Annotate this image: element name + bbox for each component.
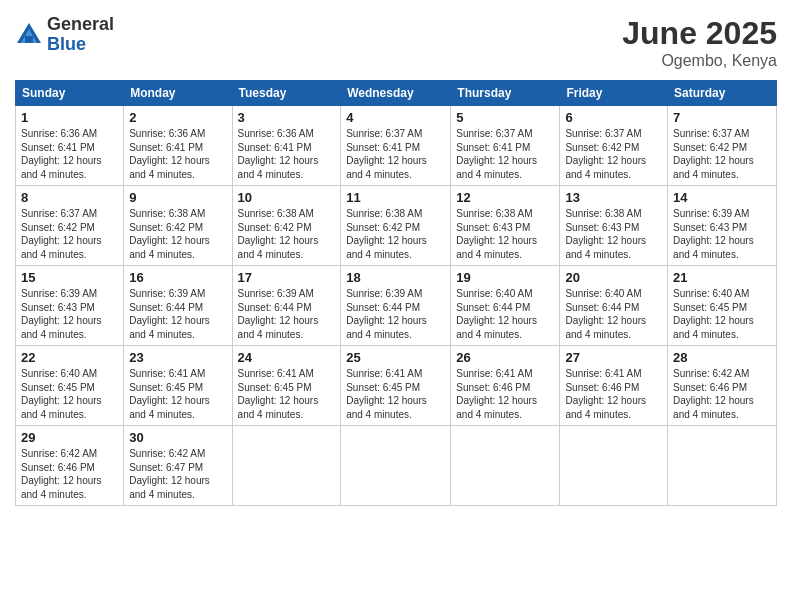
- calendar-week-3: 15 Sunrise: 6:39 AMSunset: 6:43 PMDaylig…: [16, 266, 777, 346]
- day-number: 30: [129, 430, 226, 445]
- day-number: 3: [238, 110, 336, 125]
- day-info: Sunrise: 6:40 AMSunset: 6:44 PMDaylight:…: [456, 288, 537, 340]
- day-info: Sunrise: 6:37 AMSunset: 6:41 PMDaylight:…: [456, 128, 537, 180]
- day-info: Sunrise: 6:37 AMSunset: 6:41 PMDaylight:…: [346, 128, 427, 180]
- col-friday: Friday: [560, 81, 668, 106]
- day-number: 24: [238, 350, 336, 365]
- day-number: 13: [565, 190, 662, 205]
- day-number: 27: [565, 350, 662, 365]
- calendar-table: Sunday Monday Tuesday Wednesday Thursday…: [15, 80, 777, 506]
- day-number: 16: [129, 270, 226, 285]
- logo-general-text: General: [47, 15, 114, 35]
- table-row: 17 Sunrise: 6:39 AMSunset: 6:44 PMDaylig…: [232, 266, 341, 346]
- day-info: Sunrise: 6:42 AMSunset: 6:46 PMDaylight:…: [673, 368, 754, 420]
- table-row: 5 Sunrise: 6:37 AMSunset: 6:41 PMDayligh…: [451, 106, 560, 186]
- logo-blue-text: Blue: [47, 35, 114, 55]
- table-row: [341, 426, 451, 506]
- table-row: 12 Sunrise: 6:38 AMSunset: 6:43 PMDaylig…: [451, 186, 560, 266]
- day-info: Sunrise: 6:40 AMSunset: 6:44 PMDaylight:…: [565, 288, 646, 340]
- table-row: 4 Sunrise: 6:37 AMSunset: 6:41 PMDayligh…: [341, 106, 451, 186]
- day-info: Sunrise: 6:39 AMSunset: 6:44 PMDaylight:…: [129, 288, 210, 340]
- table-row: 14 Sunrise: 6:39 AMSunset: 6:43 PMDaylig…: [668, 186, 777, 266]
- table-row: 10 Sunrise: 6:38 AMSunset: 6:42 PMDaylig…: [232, 186, 341, 266]
- day-number: 12: [456, 190, 554, 205]
- page: General Blue June 2025 Ogembo, Kenya Sun…: [0, 0, 792, 612]
- calendar-week-5: 29 Sunrise: 6:42 AMSunset: 6:46 PMDaylig…: [16, 426, 777, 506]
- day-number: 17: [238, 270, 336, 285]
- day-number: 6: [565, 110, 662, 125]
- header: General Blue June 2025 Ogembo, Kenya: [15, 15, 777, 70]
- table-row: 19 Sunrise: 6:40 AMSunset: 6:44 PMDaylig…: [451, 266, 560, 346]
- table-row: 28 Sunrise: 6:42 AMSunset: 6:46 PMDaylig…: [668, 346, 777, 426]
- day-info: Sunrise: 6:36 AMSunset: 6:41 PMDaylight:…: [129, 128, 210, 180]
- table-row: [232, 426, 341, 506]
- table-row: [560, 426, 668, 506]
- day-number: 5: [456, 110, 554, 125]
- table-row: [451, 426, 560, 506]
- table-row: 9 Sunrise: 6:38 AMSunset: 6:42 PMDayligh…: [124, 186, 232, 266]
- day-number: 2: [129, 110, 226, 125]
- logo-text: General Blue: [47, 15, 114, 55]
- table-row: 16 Sunrise: 6:39 AMSunset: 6:44 PMDaylig…: [124, 266, 232, 346]
- table-row: 8 Sunrise: 6:37 AMSunset: 6:42 PMDayligh…: [16, 186, 124, 266]
- day-info: Sunrise: 6:41 AMSunset: 6:45 PMDaylight:…: [238, 368, 319, 420]
- day-number: 21: [673, 270, 771, 285]
- day-number: 19: [456, 270, 554, 285]
- col-monday: Monday: [124, 81, 232, 106]
- day-info: Sunrise: 6:36 AMSunset: 6:41 PMDaylight:…: [21, 128, 102, 180]
- day-number: 10: [238, 190, 336, 205]
- table-row: 20 Sunrise: 6:40 AMSunset: 6:44 PMDaylig…: [560, 266, 668, 346]
- day-number: 14: [673, 190, 771, 205]
- table-row: 30 Sunrise: 6:42 AMSunset: 6:47 PMDaylig…: [124, 426, 232, 506]
- table-row: 6 Sunrise: 6:37 AMSunset: 6:42 PMDayligh…: [560, 106, 668, 186]
- table-row: 21 Sunrise: 6:40 AMSunset: 6:45 PMDaylig…: [668, 266, 777, 346]
- day-number: 9: [129, 190, 226, 205]
- day-info: Sunrise: 6:38 AMSunset: 6:42 PMDaylight:…: [129, 208, 210, 260]
- table-row: 27 Sunrise: 6:41 AMSunset: 6:46 PMDaylig…: [560, 346, 668, 426]
- col-thursday: Thursday: [451, 81, 560, 106]
- day-info: Sunrise: 6:42 AMSunset: 6:46 PMDaylight:…: [21, 448, 102, 500]
- table-row: 3 Sunrise: 6:36 AMSunset: 6:41 PMDayligh…: [232, 106, 341, 186]
- day-number: 7: [673, 110, 771, 125]
- table-row: 7 Sunrise: 6:37 AMSunset: 6:42 PMDayligh…: [668, 106, 777, 186]
- month-title: June 2025: [622, 15, 777, 52]
- calendar-week-4: 22 Sunrise: 6:40 AMSunset: 6:45 PMDaylig…: [16, 346, 777, 426]
- table-row: 15 Sunrise: 6:39 AMSunset: 6:43 PMDaylig…: [16, 266, 124, 346]
- day-info: Sunrise: 6:36 AMSunset: 6:41 PMDaylight:…: [238, 128, 319, 180]
- day-number: 8: [21, 190, 118, 205]
- table-row: 26 Sunrise: 6:41 AMSunset: 6:46 PMDaylig…: [451, 346, 560, 426]
- title-block: June 2025 Ogembo, Kenya: [622, 15, 777, 70]
- logo: General Blue: [15, 15, 114, 55]
- calendar-week-2: 8 Sunrise: 6:37 AMSunset: 6:42 PMDayligh…: [16, 186, 777, 266]
- day-info: Sunrise: 6:41 AMSunset: 6:46 PMDaylight:…: [456, 368, 537, 420]
- day-info: Sunrise: 6:40 AMSunset: 6:45 PMDaylight:…: [21, 368, 102, 420]
- day-info: Sunrise: 6:39 AMSunset: 6:44 PMDaylight:…: [346, 288, 427, 340]
- logo-icon: [15, 21, 43, 49]
- table-row: 25 Sunrise: 6:41 AMSunset: 6:45 PMDaylig…: [341, 346, 451, 426]
- day-info: Sunrise: 6:38 AMSunset: 6:43 PMDaylight:…: [565, 208, 646, 260]
- day-info: Sunrise: 6:42 AMSunset: 6:47 PMDaylight:…: [129, 448, 210, 500]
- day-info: Sunrise: 6:38 AMSunset: 6:42 PMDaylight:…: [238, 208, 319, 260]
- calendar-week-1: 1 Sunrise: 6:36 AMSunset: 6:41 PMDayligh…: [16, 106, 777, 186]
- table-row: 23 Sunrise: 6:41 AMSunset: 6:45 PMDaylig…: [124, 346, 232, 426]
- day-info: Sunrise: 6:39 AMSunset: 6:44 PMDaylight:…: [238, 288, 319, 340]
- table-row: 2 Sunrise: 6:36 AMSunset: 6:41 PMDayligh…: [124, 106, 232, 186]
- svg-rect-2: [25, 36, 33, 43]
- table-row: 1 Sunrise: 6:36 AMSunset: 6:41 PMDayligh…: [16, 106, 124, 186]
- day-number: 18: [346, 270, 445, 285]
- day-info: Sunrise: 6:41 AMSunset: 6:45 PMDaylight:…: [346, 368, 427, 420]
- day-info: Sunrise: 6:41 AMSunset: 6:45 PMDaylight:…: [129, 368, 210, 420]
- day-number: 23: [129, 350, 226, 365]
- col-saturday: Saturday: [668, 81, 777, 106]
- table-row: [668, 426, 777, 506]
- day-number: 26: [456, 350, 554, 365]
- day-number: 29: [21, 430, 118, 445]
- day-info: Sunrise: 6:37 AMSunset: 6:42 PMDaylight:…: [21, 208, 102, 260]
- day-number: 15: [21, 270, 118, 285]
- day-info: Sunrise: 6:38 AMSunset: 6:42 PMDaylight:…: [346, 208, 427, 260]
- col-wednesday: Wednesday: [341, 81, 451, 106]
- day-info: Sunrise: 6:41 AMSunset: 6:46 PMDaylight:…: [565, 368, 646, 420]
- day-info: Sunrise: 6:37 AMSunset: 6:42 PMDaylight:…: [565, 128, 646, 180]
- table-row: 18 Sunrise: 6:39 AMSunset: 6:44 PMDaylig…: [341, 266, 451, 346]
- header-row: Sunday Monday Tuesday Wednesday Thursday…: [16, 81, 777, 106]
